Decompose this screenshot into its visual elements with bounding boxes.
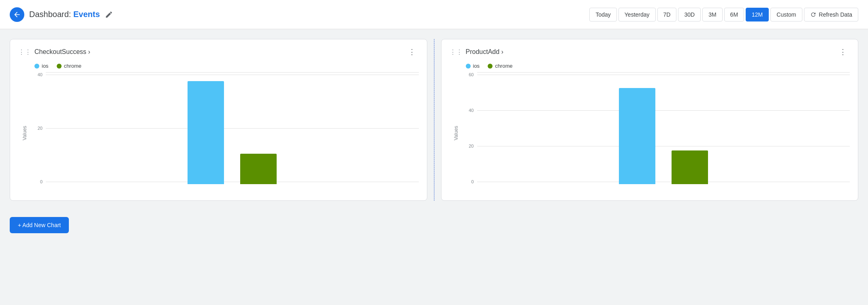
chart-card-2: ⋮⋮ ProductAdd ⋮ ios chrome Values — [441, 39, 859, 201]
bars-2 — [477, 72, 850, 184]
dashboard-title: Dashboard: Events — [29, 10, 100, 19]
legend-label-ios-1: ios — [42, 63, 49, 69]
drag-handle-2[interactable]: ⋮⋮ — [450, 48, 463, 56]
bar-ios-1 — [188, 81, 224, 184]
bar-chrome-1 — [240, 154, 277, 184]
bars-1 — [46, 72, 419, 184]
legend-dot-chrome-1 — [57, 64, 62, 69]
chart-inner-1: Values 40 20 0 — [18, 72, 419, 194]
filter-custom[interactable]: Custom — [770, 8, 802, 21]
chart-header-1: ⋮⋮ CheckoutSuccess ⋮ — [18, 46, 419, 58]
chart-inner-2: Values 60 40 20 — [450, 72, 850, 194]
legend-dot-chrome-2 — [488, 64, 493, 69]
bar-chrome-2 — [672, 150, 708, 184]
chart-card-1: ⋮⋮ CheckoutSuccess ⋮ ios chrome Values — [10, 39, 427, 201]
chart-area-2: Values 60 40 20 — [450, 72, 850, 194]
legend-ios-2: ios — [466, 63, 480, 69]
legend-chrome-1: chrome — [57, 63, 81, 69]
back-button[interactable] — [10, 7, 24, 22]
chart-title-area-2: ⋮⋮ ProductAdd — [450, 48, 503, 56]
drag-handle-1[interactable]: ⋮⋮ — [18, 48, 31, 56]
legend-dot-ios-2 — [466, 64, 471, 69]
add-chart-button[interactable]: + Add New Chart — [10, 217, 69, 233]
header-left: Dashboard: Events — [10, 7, 114, 22]
legend-ios-1: ios — [34, 63, 49, 69]
legend-chrome-2: chrome — [488, 63, 512, 69]
chart-area-1: Values 40 20 0 — [18, 72, 419, 194]
chart-legend-1: ios chrome — [18, 63, 419, 69]
header: Dashboard: Events Today Yesterday 7D 30D… — [0, 0, 868, 29]
chart-title-1[interactable]: CheckoutSuccess — [34, 48, 90, 56]
chart-more-button-2[interactable]: ⋮ — [836, 46, 850, 58]
filter-7d[interactable]: 7D — [657, 8, 677, 21]
back-icon — [13, 11, 21, 19]
legend-label-chrome-2: chrome — [495, 63, 512, 69]
filter-today[interactable]: Today — [589, 8, 616, 21]
header-right: Today Yesterday 7D 30D 3M 6M 12M Custom … — [589, 8, 858, 21]
refresh-label: Refresh Data — [819, 11, 852, 18]
legend-label-chrome-1: chrome — [64, 63, 81, 69]
y-axis-label-2: Values — [450, 72, 463, 194]
chart-legend-2: ios chrome — [450, 63, 850, 69]
title-prefix: Dashboard: — [29, 10, 71, 19]
main-content: ⋮⋮ CheckoutSuccess ⋮ ios chrome Values — [0, 29, 868, 210]
title-highlight: Events — [73, 10, 100, 19]
filter-6m[interactable]: 6M — [724, 8, 744, 21]
chart-more-button-1[interactable]: ⋮ — [405, 46, 419, 58]
filter-3m[interactable]: 3M — [702, 8, 722, 21]
refresh-icon — [810, 11, 817, 18]
chart-title-2[interactable]: ProductAdd — [466, 48, 503, 56]
refresh-button[interactable]: Refresh Data — [804, 8, 858, 21]
filter-30d[interactable]: 30D — [678, 8, 701, 21]
legend-label-ios-2: ios — [473, 63, 480, 69]
bar-ios-2 — [619, 88, 655, 184]
edit-icon[interactable] — [105, 10, 114, 19]
y-axis-label-1: Values — [18, 72, 31, 194]
filter-yesterday[interactable]: Yesterday — [618, 8, 656, 21]
footer: + Add New Chart — [0, 210, 868, 240]
chart-plot-1: 40 20 0 — [31, 72, 419, 194]
legend-dot-ios-1 — [34, 64, 39, 69]
chart-divider — [434, 39, 435, 201]
chart-plot-2: 60 40 20 0 — [463, 72, 850, 194]
filter-12m[interactable]: 12M — [746, 8, 769, 21]
chart-title-area-1: ⋮⋮ CheckoutSuccess — [18, 48, 90, 56]
chart-header-2: ⋮⋮ ProductAdd ⋮ — [450, 46, 850, 58]
